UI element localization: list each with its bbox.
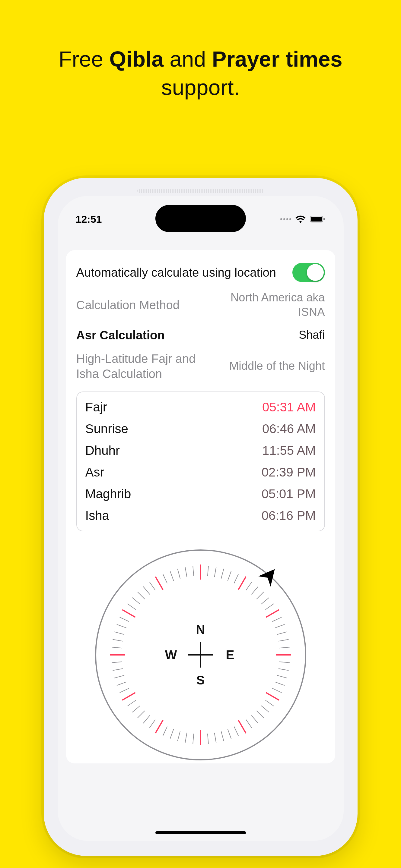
- svg-line-53: [116, 682, 126, 686]
- prayer-name: Isha: [85, 508, 109, 523]
- prayer-name: Sunrise: [85, 422, 128, 436]
- svg-line-8: [234, 574, 238, 584]
- svg-line-72: [177, 569, 180, 579]
- svg-line-35: [228, 729, 231, 739]
- svg-line-46: [149, 720, 155, 728]
- svg-line-59: [113, 640, 122, 641]
- compass-label-n: N: [196, 622, 205, 637]
- auto-location-row[interactable]: Automatically calculate using location: [76, 258, 325, 286]
- svg-line-63: [122, 610, 135, 617]
- prayer-name: Asr: [85, 465, 105, 479]
- phone-mockup: 12:51 Automatically calculate: [44, 178, 357, 856]
- svg-line-48: [137, 711, 145, 718]
- wifi-icon: [295, 215, 306, 223]
- asr-calc-row[interactable]: Asr Calculation Shafi: [76, 323, 325, 347]
- svg-line-30: [256, 711, 264, 718]
- prayer-time-row: Asr02:39 PM: [85, 461, 316, 483]
- prayer-time-row: Sunrise06:46 AM: [85, 418, 316, 440]
- svg-line-28: [265, 700, 274, 706]
- svg-line-45: [155, 720, 163, 733]
- prayer-time: 11:55 AM: [262, 443, 316, 458]
- svg-line-70: [163, 574, 167, 584]
- auto-location-label: Automatically calculate using location: [76, 265, 292, 280]
- svg-line-68: [149, 582, 155, 590]
- svg-line-73: [185, 567, 187, 577]
- slide-headline: Free Qibla and Prayer times support.: [0, 45, 401, 101]
- svg-line-12: [256, 592, 264, 599]
- svg-line-32: [246, 720, 252, 728]
- prayer-time: 05:31 AM: [262, 400, 316, 414]
- svg-line-20: [279, 647, 290, 648]
- svg-line-16: [272, 617, 282, 621]
- svg-line-60: [114, 632, 124, 634]
- prayer-time: 06:46 AM: [262, 422, 316, 436]
- svg-line-40: [193, 734, 194, 744]
- highlat-row[interactable]: High-Latitude Fajr and Isha Calculation …: [76, 347, 325, 385]
- svg-line-9: [238, 577, 246, 590]
- prayer-time-row: Isha06:16 PM: [85, 505, 316, 527]
- auto-location-toggle[interactable]: [292, 263, 325, 282]
- svg-rect-2: [323, 218, 325, 220]
- svg-line-41: [185, 733, 187, 743]
- svg-line-31: [251, 715, 258, 723]
- svg-line-34: [234, 726, 238, 736]
- svg-line-44: [163, 726, 167, 736]
- svg-line-58: [112, 647, 122, 648]
- svg-line-14: [265, 604, 274, 610]
- svg-line-50: [127, 700, 136, 706]
- compass-label-s: S: [196, 673, 205, 687]
- prayer-time-row: Maghrib05:01 PM: [85, 483, 316, 505]
- calc-method-value: North America aka ISNA: [206, 290, 325, 319]
- svg-line-7: [228, 571, 231, 581]
- svg-line-55: [113, 669, 122, 670]
- svg-line-24: [277, 675, 287, 678]
- asr-calc-label: Asr Calculation: [76, 328, 207, 343]
- svg-line-56: [112, 662, 122, 663]
- prayer-times-table: Fajr05:31 AMSunrise06:46 AMDhuhr11:55 AM…: [76, 392, 325, 531]
- app-store-slide: Free Qibla and Prayer times support. 12:…: [0, 0, 401, 868]
- svg-line-43: [170, 729, 173, 739]
- svg-line-27: [266, 692, 279, 700]
- svg-line-4: [207, 566, 208, 576]
- svg-line-66: [137, 592, 145, 599]
- svg-line-52: [119, 688, 129, 692]
- svg-line-10: [246, 582, 252, 590]
- prayer-settings-card: Automatically calculate using location C…: [66, 250, 335, 764]
- svg-line-61: [116, 624, 126, 628]
- calc-method-label: Calculation Method: [76, 298, 207, 313]
- svg-line-69: [155, 577, 163, 590]
- svg-line-25: [275, 682, 285, 686]
- prayer-name: Maghrib: [85, 487, 131, 501]
- svg-line-19: [279, 640, 288, 641]
- svg-line-64: [127, 604, 136, 610]
- svg-line-65: [132, 598, 140, 604]
- dynamic-island: [155, 205, 246, 232]
- svg-line-26: [272, 688, 282, 692]
- svg-line-18: [277, 632, 287, 634]
- svg-line-51: [122, 692, 135, 700]
- svg-line-29: [261, 706, 269, 712]
- cellular-dots-icon: [280, 218, 291, 220]
- compass-label-e: E: [226, 648, 234, 662]
- svg-line-42: [177, 731, 180, 741]
- calc-method-row[interactable]: Calculation Method North America aka ISN…: [76, 286, 325, 323]
- phone-screen: 12:51 Automatically calculate: [58, 196, 344, 841]
- svg-line-49: [132, 706, 140, 712]
- prayer-time: 05:01 PM: [262, 487, 316, 501]
- svg-line-17: [275, 624, 285, 628]
- svg-line-13: [261, 598, 269, 604]
- svg-line-33: [238, 720, 246, 733]
- svg-line-15: [266, 610, 279, 617]
- svg-line-47: [143, 715, 150, 723]
- svg-line-37: [214, 733, 216, 743]
- asr-calc-value: Shafi: [206, 328, 325, 342]
- prayer-name: Dhuhr: [85, 443, 120, 458]
- svg-line-36: [221, 731, 224, 741]
- svg-line-6: [221, 569, 224, 579]
- highlat-value: Middle of the Night: [206, 359, 325, 373]
- svg-line-38: [207, 734, 208, 744]
- svg-rect-1: [311, 217, 322, 221]
- home-indicator: [155, 831, 246, 834]
- qibla-compass[interactable]: N S E W: [95, 550, 306, 761]
- prayer-time-row: Fajr05:31 AM: [85, 396, 316, 418]
